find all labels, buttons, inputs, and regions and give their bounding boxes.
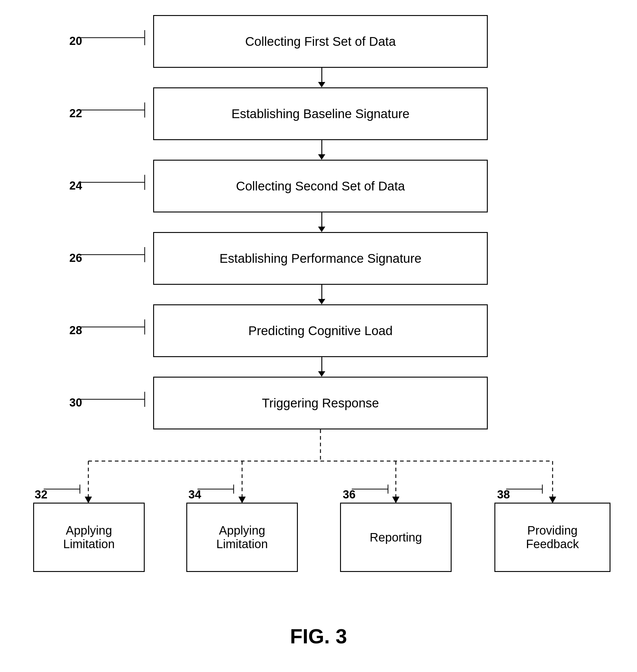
arrow-26-28	[318, 285, 325, 304]
arrow-28-30	[318, 357, 325, 377]
branch-reporting: Reporting	[340, 503, 452, 572]
step-collecting-second-data: Collecting Second Set of Data	[153, 160, 488, 212]
svg-marker-19	[392, 497, 399, 503]
branch-providing-feedback: Providing Feedback	[494, 503, 611, 572]
branch-applying-limitation-32: Applying Limitation	[33, 503, 145, 572]
branch-applying-limitation-34: Applying Limitation	[186, 503, 298, 572]
bracket-28	[78, 319, 157, 335]
step-triggering-response-label: Triggering Response	[262, 396, 379, 410]
bracket-38	[506, 485, 554, 493]
branch-reporting-label: Reporting	[369, 531, 422, 544]
svg-marker-15	[85, 497, 92, 503]
step-baseline-signature: Establishing Baseline Signature	[153, 87, 488, 140]
bracket-24	[78, 175, 157, 190]
step-baseline-signature-label: Establishing Baseline Signature	[232, 107, 410, 121]
svg-marker-17	[238, 497, 246, 503]
bracket-34	[198, 485, 246, 493]
svg-marker-21	[549, 497, 556, 503]
bracket-30	[78, 392, 157, 407]
step-performance-signature: Establishing Performance Signature	[153, 232, 488, 285]
arrow-24-26	[318, 212, 325, 232]
branch-applying-limitation-34-label: Applying Limitation	[216, 524, 268, 551]
arrow-22-24	[318, 140, 325, 160]
branch-providing-feedback-label: Providing Feedback	[526, 524, 579, 551]
bracket-22	[78, 102, 157, 117]
diagram-container: Collecting First Set of Data 20 Establis…	[0, 0, 637, 672]
bracket-36	[352, 485, 400, 493]
bracket-26	[78, 247, 157, 262]
figure-caption: FIG. 3	[0, 624, 637, 648]
step-triggering-response: Triggering Response	[153, 377, 488, 429]
step-collecting-second-data-label: Collecting Second Set of Data	[236, 179, 405, 193]
branch-applying-limitation-32-label: Applying Limitation	[63, 524, 114, 551]
arrow-20-22	[318, 68, 325, 87]
bracket-32	[44, 485, 92, 493]
bracket-20	[78, 30, 157, 45]
step-predicting-cognitive-load-label: Predicting Cognitive Load	[249, 324, 393, 338]
step-collecting-first-data-label: Collecting First Set of Data	[245, 34, 396, 49]
step-predicting-cognitive-load: Predicting Cognitive Load	[153, 304, 488, 357]
step-performance-signature-label: Establishing Performance Signature	[219, 251, 421, 266]
step-collecting-first-data: Collecting First Set of Data	[153, 15, 488, 68]
